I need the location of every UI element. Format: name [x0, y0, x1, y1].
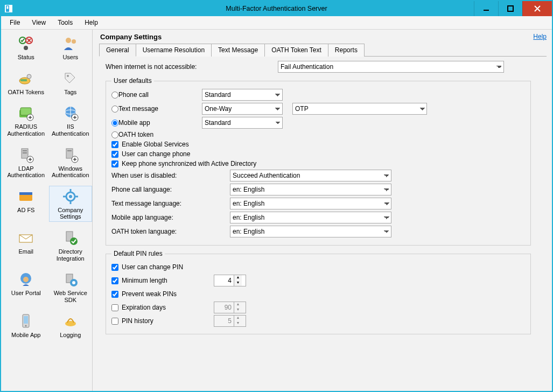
- svg-rect-24: [66, 149, 73, 158]
- dir-icon: [61, 229, 80, 247]
- nav-item-oath[interactable]: OATH Tokens: [4, 68, 48, 97]
- nav-item-label: AD FS: [17, 207, 34, 214]
- weak-pin-checkbox[interactable]: [111, 291, 118, 298]
- nav-item-label: LDAP Authentication: [6, 165, 46, 179]
- spinner-up-icon: ▲: [234, 316, 242, 321]
- internet-select[interactable]: Fail Authentication: [278, 61, 504, 73]
- expiration-checkbox[interactable]: [111, 304, 118, 311]
- window-buttons: [474, 1, 552, 16]
- iis-icon: [61, 104, 80, 122]
- window-title: Multi-Factor Authentication Server: [1, 5, 552, 12]
- nav-item-ldap[interactable]: LDAP Authentication: [4, 144, 48, 180]
- tab-text-message[interactable]: Text Message: [211, 44, 265, 57]
- min-length-checkbox[interactable]: [111, 277, 118, 284]
- enable-global-checkbox[interactable]: [111, 141, 118, 148]
- nav-item-label: Company Settings: [51, 207, 91, 220]
- menu-file[interactable]: File: [4, 18, 25, 27]
- phone-call-radio[interactable]: Phone call: [111, 91, 198, 99]
- menu-view[interactable]: View: [26, 18, 51, 27]
- oath-lang-select[interactable]: en: English: [230, 226, 391, 237]
- sdk-icon: [61, 270, 80, 289]
- ldap-icon: [17, 146, 35, 164]
- change-phone-label: User can change phone: [122, 150, 190, 158]
- titlebar: Multi-Factor Authentication Server: [1, 1, 552, 16]
- phone-call-mode-select[interactable]: Standard: [202, 89, 283, 101]
- nav-item-dir[interactable]: Directory Integration: [49, 227, 93, 263]
- phone-lang-label: Phone call language:: [111, 186, 230, 193]
- general-form: When internet is not accessible: Fail Au…: [99, 61, 533, 341]
- pin-rules-fieldset: Default PIN rules User can change PIN Mi…: [106, 250, 531, 334]
- nav-item-email[interactable]: Email: [4, 227, 48, 263]
- svg-rect-28: [19, 192, 32, 195]
- svg-point-12: [27, 74, 31, 79]
- close-button[interactable]: [522, 1, 552, 16]
- nav-item-adfs[interactable]: AD FS: [4, 186, 48, 222]
- internet-label: When internet is not accessible:: [106, 63, 278, 71]
- expiration-label: Expiration days: [122, 304, 166, 311]
- svg-rect-21: [23, 150, 27, 151]
- app-icon: [3, 3, 14, 14]
- nav-item-tags[interactable]: Tags: [49, 68, 93, 97]
- change-phone-checkbox[interactable]: [111, 151, 118, 158]
- nav-item-windows[interactable]: Windows Authentication: [49, 144, 93, 180]
- email-icon: [17, 229, 35, 247]
- mobile-lang-select[interactable]: en: English: [230, 212, 391, 223]
- maximize-button[interactable]: [498, 1, 522, 16]
- svg-rect-44: [24, 316, 28, 324]
- mobile-app-mode-select[interactable]: Standard: [202, 117, 283, 129]
- spinner-up-icon[interactable]: ▲: [234, 275, 242, 281]
- main-panel: Help Company Settings General Username R…: [93, 30, 552, 391]
- pin-rules-legend: Default PIN rules: [111, 250, 165, 257]
- nav-item-label: IIS Authentication: [51, 123, 91, 137]
- mobile-lang-label: Mobile app language:: [111, 214, 230, 221]
- svg-point-9: [72, 39, 76, 44]
- disabled-select[interactable]: Succeed Authentication: [230, 170, 391, 181]
- nav-item-users[interactable]: Users: [49, 33, 93, 62]
- log-icon: [61, 312, 80, 331]
- oath-token-radio[interactable]: OATH token: [111, 131, 198, 138]
- nav-item-label: Directory Integration: [51, 248, 91, 262]
- text-message-radio[interactable]: Text message: [111, 105, 198, 113]
- pin-history-checkbox[interactable]: [111, 318, 118, 325]
- nav-item-iis[interactable]: IIS Authentication: [49, 102, 93, 138]
- page-title: Company Settings: [100, 33, 547, 41]
- svg-point-42: [72, 281, 75, 284]
- nav-item-label: Status: [18, 54, 34, 61]
- nav-item-portal[interactable]: User Portal: [4, 269, 48, 305]
- spinner-down-icon: ▼: [234, 307, 242, 313]
- text-message-type-select[interactable]: OTP: [292, 103, 427, 115]
- svg-rect-3: [484, 10, 489, 11]
- tags-icon: [61, 69, 80, 88]
- tab-reports[interactable]: Reports: [328, 44, 365, 57]
- spinner-down-icon[interactable]: ▼: [234, 281, 242, 286]
- nav-item-label: Web Service SDK: [51, 290, 91, 303]
- menu-tools[interactable]: Tools: [52, 18, 78, 27]
- svg-point-46: [65, 321, 76, 326]
- minimize-button[interactable]: [474, 1, 498, 16]
- mobile-app-radio[interactable]: Mobile app: [111, 119, 198, 127]
- text-message-mode-select[interactable]: One-Way: [202, 103, 283, 115]
- tab-strip: General Username Resolution Text Message…: [99, 43, 547, 57]
- svg-point-37: [70, 237, 78, 245]
- sync-ad-label: Keep phone synchronized with Active Dire…: [122, 160, 256, 167]
- phone-lang-select[interactable]: en: English: [230, 184, 391, 195]
- tab-oath-token-text[interactable]: OATH Token Text: [264, 44, 328, 57]
- text-lang-label: Text message language:: [111, 200, 230, 207]
- nav-item-sdk[interactable]: Web Service SDK: [49, 269, 93, 305]
- tab-general[interactable]: General: [99, 44, 136, 57]
- menu-help[interactable]: Help: [79, 18, 103, 27]
- change-pin-checkbox[interactable]: [111, 264, 118, 271]
- svg-point-8: [66, 38, 71, 43]
- nav-item-radius[interactable]: RADIUS Authentication: [4, 102, 48, 138]
- nav-item-settings[interactable]: Company Settings: [49, 186, 93, 222]
- nav-item-status[interactable]: Status: [4, 33, 48, 62]
- nav-item-log[interactable]: Logging: [49, 311, 93, 340]
- text-lang-select[interactable]: en: English: [230, 198, 391, 209]
- disabled-label: When user is disabled:: [111, 172, 230, 179]
- sync-ad-checkbox[interactable]: [111, 160, 118, 167]
- help-link[interactable]: Help: [533, 33, 547, 40]
- min-length-spinner[interactable]: ▲▼: [214, 275, 246, 286]
- menubar: File View Tools Help: [1, 16, 552, 30]
- tab-username-resolution[interactable]: Username Resolution: [136, 44, 212, 57]
- nav-item-mobile[interactable]: Mobile App: [4, 311, 48, 340]
